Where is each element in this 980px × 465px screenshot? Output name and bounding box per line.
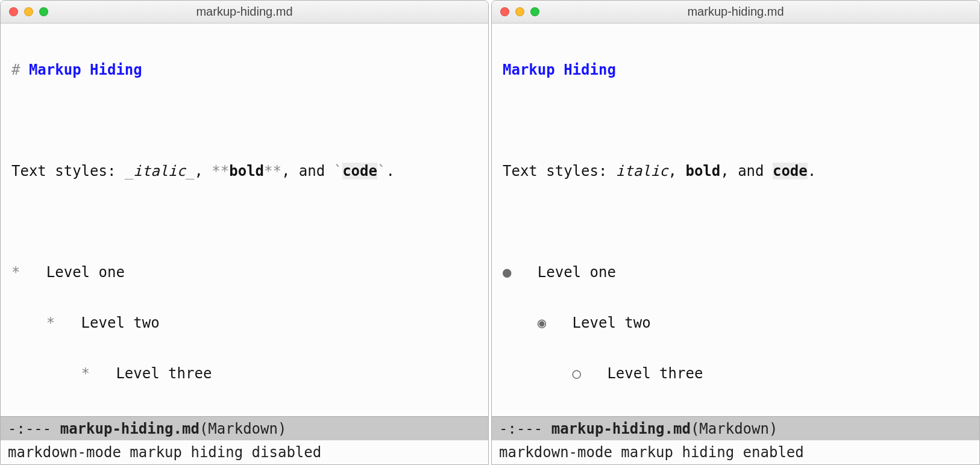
close-icon[interactable] xyxy=(500,7,509,16)
list-item-4: ◆ Level four xyxy=(503,411,969,416)
list-item-4: * Level four xyxy=(11,411,477,416)
window-title-left: markup-hiding.md xyxy=(1,5,488,19)
list-item-1: ● Level one xyxy=(503,260,969,285)
modeline-mode: (Markdown) xyxy=(199,420,287,437)
window-left: markup-hiding.md # Markup Hiding Text st… xyxy=(0,0,489,465)
sep2: , and xyxy=(281,163,334,179)
modeline-prefix: -:--- xyxy=(8,420,60,437)
bullet-3-icon: ○ xyxy=(573,365,581,382)
traffic-lights-left xyxy=(1,7,48,16)
tick-close: ` xyxy=(377,163,386,179)
italic-close: _ xyxy=(186,163,194,179)
sep2: , and xyxy=(720,163,773,179)
minibuffer-right: markdown-mode markup hiding enabled xyxy=(492,440,979,464)
list-item-2: * Level two xyxy=(11,310,477,335)
level2-text: Level two xyxy=(81,314,160,331)
traffic-lights-right xyxy=(492,7,539,16)
heading-text: Markup Hiding xyxy=(29,61,142,78)
tick-open: ` xyxy=(334,163,342,179)
italic-text: italic xyxy=(616,163,668,179)
titlebar-left: markup-hiding.md xyxy=(1,1,488,23)
bullet-1-icon: ● xyxy=(503,264,511,281)
styles-line: Text styles: _italic_, **bold**, and `co… xyxy=(11,158,477,184)
titlebar-right: markup-hiding.md xyxy=(492,1,979,23)
modeline-filename: markup-hiding.md xyxy=(551,420,691,437)
heading-marker: # xyxy=(11,61,29,78)
modeline-filename: markup-hiding.md xyxy=(60,420,199,437)
level2-text: Level two xyxy=(573,314,651,331)
bold-text: bold xyxy=(685,163,720,179)
sep1: , xyxy=(194,163,212,179)
zoom-icon[interactable] xyxy=(39,7,48,16)
sep1: , xyxy=(668,163,686,179)
bold-open: ** xyxy=(212,163,229,179)
styles-prefix: Text styles: xyxy=(11,163,125,179)
period: . xyxy=(386,163,394,179)
code-text: code xyxy=(773,163,808,179)
level3-text: Level three xyxy=(607,365,703,382)
list-item-2: ◉ Level two xyxy=(503,310,969,335)
styles-line: Text styles: italic, bold, and code. xyxy=(503,158,969,184)
code-text: code xyxy=(342,163,377,179)
list-item-3: * Level three xyxy=(11,361,477,386)
heading-text: Markup Hiding xyxy=(503,61,616,78)
modeline-right: -:--- markup-hiding.md (Markdown) xyxy=(492,416,979,440)
minimize-icon[interactable] xyxy=(515,7,524,16)
styles-prefix: Text styles: xyxy=(503,163,616,179)
bullet-1: * xyxy=(11,264,20,281)
heading-line: Markup Hiding xyxy=(503,57,969,83)
bullet-2: * xyxy=(46,314,55,331)
level1-text: Level one xyxy=(46,264,125,281)
modeline-left: -:--- markup-hiding.md (Markdown) xyxy=(1,416,488,440)
minimize-icon[interactable] xyxy=(24,7,33,16)
modeline-mode: (Markdown) xyxy=(691,420,778,437)
bullet-2-icon: ◉ xyxy=(538,314,546,331)
window-title-right: markup-hiding.md xyxy=(492,5,979,19)
italic-open: _ xyxy=(125,163,133,179)
close-icon[interactable] xyxy=(9,7,18,16)
modeline-prefix: -:--- xyxy=(499,420,551,437)
period: . xyxy=(808,163,816,179)
heading-line: # Markup Hiding xyxy=(11,57,477,83)
editor-right[interactable]: Markup Hiding Text styles: italic, bold,… xyxy=(492,23,979,416)
italic-text: italic xyxy=(133,163,186,179)
level3-text: Level three xyxy=(116,365,212,382)
list-item-1: * Level one xyxy=(11,260,477,285)
minibuffer-left: markdown-mode markup hiding disabled xyxy=(1,440,488,464)
window-right: markup-hiding.md Markup Hiding Text styl… xyxy=(491,0,980,465)
bold-text: bold xyxy=(229,163,264,179)
editor-left[interactable]: # Markup Hiding Text styles: _italic_, *… xyxy=(1,23,488,416)
bold-close: ** xyxy=(264,163,281,179)
level1-text: Level one xyxy=(538,264,616,281)
list-item-3: ○ Level three xyxy=(503,361,969,386)
zoom-icon[interactable] xyxy=(530,7,539,16)
bullet-3: * xyxy=(81,365,90,382)
